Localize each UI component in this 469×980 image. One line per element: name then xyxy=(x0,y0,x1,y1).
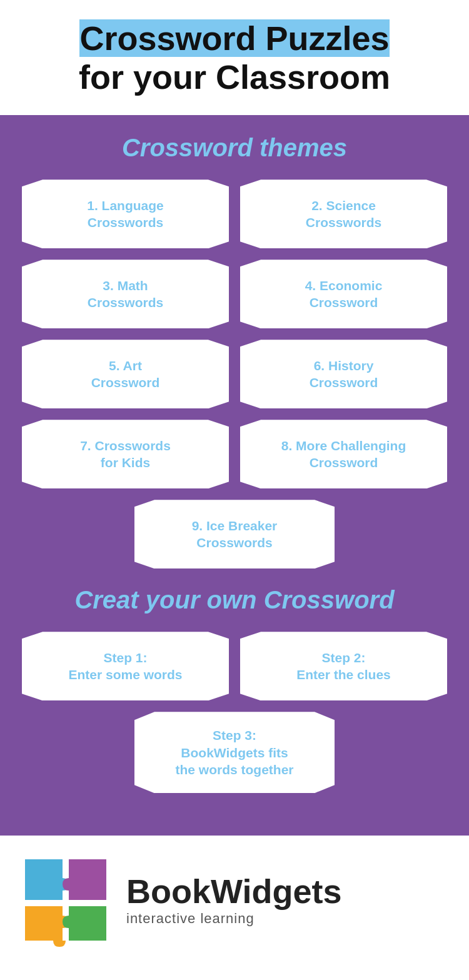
theme-item-1[interactable]: 1. Language Crosswords xyxy=(22,179,229,248)
steps-row: Step 1: Enter some words Step 2: Enter t… xyxy=(22,632,447,700)
themes-row-1: 1. Language Crosswords 2. Science Crossw… xyxy=(22,179,447,248)
create-title: Creat your own Crossword xyxy=(22,586,447,614)
step-item-2[interactable]: Step 2: Enter the clues xyxy=(240,632,447,700)
bookwidgets-logo xyxy=(19,853,113,947)
footer-brand: BookWidgets xyxy=(126,873,342,910)
theme-item-8[interactable]: 8. More Challenging Crossword xyxy=(240,420,447,488)
create-section: Creat your own Crossword Step 1: Enter s… xyxy=(22,586,447,793)
themes-row-3: 5. Art Crossword 6. History Crossword xyxy=(22,340,447,408)
header: Crossword Puzzles for your Classroom xyxy=(0,0,469,115)
page-title: Crossword Puzzles for your Classroom xyxy=(25,19,444,96)
step-center: Step 3: BookWidgets fits the words toget… xyxy=(22,712,447,793)
themes-center: 9. Ice Breaker Crosswords xyxy=(22,500,447,568)
theme-item-3[interactable]: 3. Math Crosswords xyxy=(22,260,229,328)
theme-item-7[interactable]: 7. Crosswords for Kids xyxy=(22,420,229,488)
step-item-1[interactable]: Step 1: Enter some words xyxy=(22,632,229,700)
footer: BookWidgets interactive learning xyxy=(0,836,469,964)
themes-title: Crossword themes xyxy=(22,134,447,162)
theme-item-9[interactable]: 9. Ice Breaker Crosswords xyxy=(134,500,335,568)
themes-row-4: 7. Crosswords for Kids 8. More Challengi… xyxy=(22,420,447,488)
theme-item-5[interactable]: 5. Art Crossword xyxy=(22,340,229,408)
footer-sub: interactive learning xyxy=(126,911,342,927)
theme-item-4[interactable]: 4. Economic Crossword xyxy=(240,260,447,328)
title-rest: for your Classroom xyxy=(79,58,390,96)
theme-item-6[interactable]: 6. History Crossword xyxy=(240,340,447,408)
title-highlight: Crossword Puzzles xyxy=(79,19,389,57)
purple-section: Crossword themes 1. Language Crosswords … xyxy=(0,115,469,836)
theme-item-2[interactable]: 2. Science Crosswords xyxy=(240,179,447,248)
footer-text: BookWidgets interactive learning xyxy=(126,873,342,926)
step-item-3[interactable]: Step 3: BookWidgets fits the words toget… xyxy=(134,712,335,793)
themes-row-2: 3. Math Crosswords 4. Economic Crossword xyxy=(22,260,447,328)
